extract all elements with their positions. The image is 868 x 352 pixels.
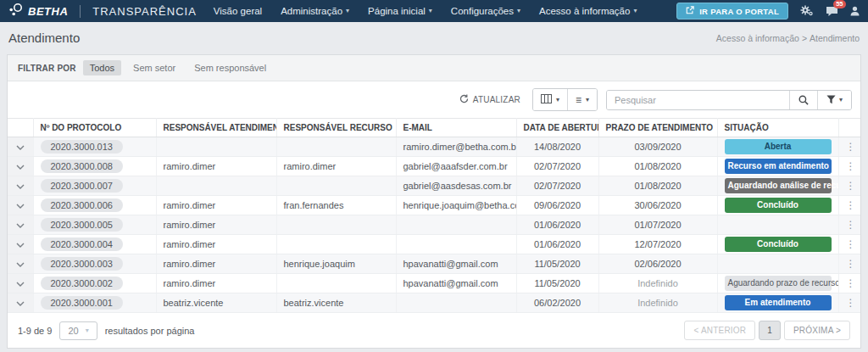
prazo-cell: 01/08/2020 <box>598 157 717 176</box>
protocol-pill: 2020.3000.013 <box>41 140 123 154</box>
nav-item[interactable]: Administração▾ <box>281 6 349 16</box>
table-row: 2020.3000.004ramiro.dimer01/06/202012/07… <box>8 235 860 254</box>
row-menu-button[interactable]: ⋮ <box>838 254 860 274</box>
resp-atendimento-cell: ramiro.dimer <box>156 254 276 274</box>
list-options-button[interactable]: ≡ ▾ <box>567 89 597 110</box>
row-expand-chevron[interactable] <box>8 157 33 176</box>
protocol-cell: 2020.3000.004 <box>33 235 156 254</box>
row-menu-button[interactable]: ⋮ <box>838 235 860 254</box>
email-cell <box>396 293 516 313</box>
filter-tab[interactable]: Sem responsável <box>187 60 273 75</box>
settings-gears-button[interactable] <box>800 5 814 17</box>
chevron-down-icon <box>16 243 25 248</box>
chevron-down-icon <box>16 223 25 228</box>
status-badge: Aguardando análise de recurso <box>725 178 832 193</box>
nav-item[interactable]: Acesso à informação▾ <box>539 6 637 16</box>
situacao-cell: Aguardando análise de recurso <box>717 176 838 196</box>
row-menu-button[interactable]: ⋮ <box>838 137 860 157</box>
data-abertura-cell: 02/07/2020 <box>516 157 598 176</box>
row-expand-chevron[interactable] <box>8 196 33 215</box>
situacao-cell: Em atendimento <box>717 293 838 313</box>
resp-atendimento-cell: ramiro.dimer <box>156 215 276 235</box>
search-input[interactable] <box>607 91 789 109</box>
situacao-cell: Aguardando prazo de recurso <box>717 274 838 293</box>
prazo-cell: 02/06/2020 <box>598 254 717 274</box>
notifications-button[interactable]: 55 <box>826 6 838 17</box>
filter-tab[interactable]: Sem setor <box>126 60 182 75</box>
status-badge: Concluído <box>725 198 832 213</box>
protocol-pill: 2020.3000.005 <box>41 218 123 232</box>
filter-tab[interactable]: Todos <box>83 60 121 75</box>
resp-recurso-cell: beatriz.vicente <box>276 293 396 313</box>
nav-item[interactable]: Configurações▾ <box>451 6 520 16</box>
resp-atendimento-cell: beatriz.vicente <box>156 293 276 313</box>
column-header: Nº DO PROTOCOLO <box>33 119 156 137</box>
row-expand-chevron[interactable] <box>8 137 33 157</box>
row-menu-button[interactable]: ⋮ <box>838 196 860 215</box>
table-row: 2020.3000.005ramiro.dimer01/06/202001/07… <box>8 215 860 235</box>
user-menu-button[interactable] <box>850 6 860 16</box>
row-expand-chevron[interactable] <box>8 235 33 254</box>
situacao-cell <box>717 254 838 274</box>
email-cell: hpavanatti@gmail.com <box>396 254 516 274</box>
refresh-button[interactable]: ATUALIZAR <box>459 94 520 105</box>
row-menu-button[interactable]: ⋮ <box>838 274 860 293</box>
search-button[interactable] <box>789 91 817 109</box>
row-menu-button[interactable]: ⋮ <box>838 157 860 176</box>
breadcrumb-parent[interactable]: Acesso à informação <box>716 33 799 43</box>
external-link-icon <box>686 6 694 16</box>
row-expand-chevron[interactable] <box>8 274 33 293</box>
go-to-portal-button[interactable]: IR PARA O PORTAL <box>676 3 788 20</box>
filter-button[interactable]: ▾ <box>817 91 851 109</box>
nav-item-label: Acesso à informação <box>539 6 630 16</box>
previous-page-button[interactable]: < ANTERIOR <box>684 321 755 340</box>
situacao-cell <box>717 215 838 235</box>
protocol-cell: 2020.3000.013 <box>33 137 156 157</box>
portal-button-label: IR PARA O PORTAL <box>699 7 779 16</box>
resp-recurso-cell <box>276 176 396 196</box>
row-menu-button[interactable]: ⋮ <box>838 176 860 196</box>
situacao-cell: Recurso em atendimento <box>717 157 838 176</box>
protocol-cell: 2020.3000.007 <box>33 176 156 196</box>
chevron-down-icon: ▾ <box>429 8 432 14</box>
prazo-cell: 12/07/2020 <box>598 235 717 254</box>
page-number-button[interactable]: 1 <box>759 321 781 340</box>
email-cell: henrique.joaquim@betha.com.br <box>396 196 516 215</box>
resp-atendimento-cell: ramiro.dimer <box>156 274 276 293</box>
protocol-pill: 2020.3000.002 <box>41 277 123 290</box>
cogs-icon <box>800 5 814 17</box>
resp-recurso-cell: fran.fernandes <box>276 196 396 215</box>
chevron-down-icon: ▾ <box>586 97 589 103</box>
betha-molecule-icon <box>8 3 24 20</box>
table-row: 2020.3000.003ramiro.dimerhenrique.joaqui… <box>8 254 860 274</box>
status-badge: Aguardando prazo de recurso <box>725 276 832 291</box>
prazo-cell: Indefinido <box>598 293 717 313</box>
nav-item[interactable]: Página inicial▾ <box>368 6 432 16</box>
row-expand-chevron[interactable] <box>8 215 33 235</box>
chevron-down-icon: ▾ <box>556 97 559 103</box>
chevron-down-icon <box>16 204 25 209</box>
row-expand-chevron[interactable] <box>8 254 33 274</box>
status-badge: Em atendimento <box>725 295 832 310</box>
nav-item[interactable]: Visão geral <box>214 6 262 16</box>
row-expand-chevron[interactable] <box>8 176 33 196</box>
brand-logo[interactable]: BETHA <box>8 3 68 20</box>
brand-name: BETHA <box>28 5 68 18</box>
columns-button[interactable]: ▾ <box>533 89 567 110</box>
email-cell: gabriel@aaafsder.com.br <box>396 157 516 176</box>
nav-item-label: Configurações <box>451 6 514 16</box>
prazo-cell: 01/08/2020 <box>598 176 717 196</box>
protocol-pill: 2020.3000.007 <box>41 179 123 193</box>
row-expand-chevron[interactable] <box>8 293 33 313</box>
per-page-select[interactable]: 20 ▾ <box>59 321 97 340</box>
table-row: 2020.3000.013ramiro.dimer@betha.com.br14… <box>8 137 860 157</box>
column-header: SITUAÇÃO <box>717 119 838 137</box>
row-menu-button[interactable]: ⋮ <box>838 215 860 235</box>
notification-count-badge: 55 <box>833 0 846 8</box>
breadcrumb: Acesso à informação>Atendimento <box>716 33 860 43</box>
chevron-down-icon <box>16 282 25 287</box>
protocol-pill: 2020.3000.003 <box>41 257 123 271</box>
next-page-button[interactable]: PRÓXIMA > <box>784 321 850 340</box>
prazo-cell: Indefinido <box>598 274 717 293</box>
row-menu-button[interactable]: ⋮ <box>838 293 860 313</box>
